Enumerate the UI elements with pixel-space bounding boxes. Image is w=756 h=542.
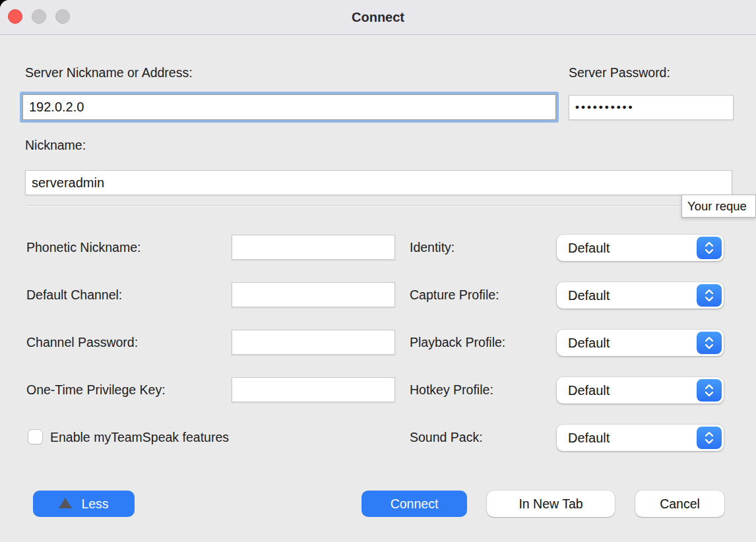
- sound-pack-select[interactable]: Default: [557, 425, 724, 451]
- server-address-label: Server Nickname or Address:: [25, 65, 193, 80]
- server-password-label: Server Password:: [569, 65, 670, 80]
- stepper-icon: [697, 379, 722, 402]
- server-address-input[interactable]: [22, 94, 556, 120]
- section-divider: [26, 205, 745, 206]
- channel-password-label: Channel Password:: [26, 335, 138, 350]
- in-new-tab-button[interactable]: In New Tab: [487, 491, 615, 517]
- phonetic-nickname-input[interactable]: [232, 235, 395, 260]
- nickname-input[interactable]: [25, 170, 732, 195]
- playback-profile-select[interactable]: Default: [557, 330, 724, 356]
- stepper-icon: [697, 427, 722, 449]
- less-button-label: Less: [81, 497, 108, 512]
- focus-ring: [20, 92, 559, 123]
- triangle-up-icon: [59, 498, 72, 508]
- capture-profile-label: Capture Profile:: [410, 287, 499, 303]
- hotkey-profile-label: Hotkey Profile:: [410, 382, 493, 398]
- identity-select[interactable]: Default: [557, 235, 724, 261]
- less-button[interactable]: Less: [33, 491, 135, 517]
- sound-pack-label: Sound Pack:: [410, 430, 483, 445]
- default-channel-input[interactable]: [232, 282, 395, 307]
- tooltip: Your reque: [681, 195, 756, 218]
- default-channel-label: Default Channel:: [26, 287, 122, 303]
- privilege-key-input[interactable]: [232, 377, 395, 402]
- identity-value: Default: [568, 235, 610, 261]
- playback-profile-label: Playback Profile:: [410, 335, 505, 350]
- capture-profile-select[interactable]: Default: [557, 282, 724, 309]
- playback-profile-value: Default: [568, 330, 610, 356]
- phonetic-nickname-label: Phonetic Nickname:: [26, 240, 141, 255]
- connect-button[interactable]: Connect: [362, 491, 467, 517]
- connect-dialog: Connect Server Nickname or Address: Serv…: [0, 0, 756, 542]
- capture-profile-value: Default: [568, 282, 610, 309]
- mytemspeak-checkbox-label[interactable]: Enable myTeamSpeak features: [50, 430, 229, 445]
- channel-password-input[interactable]: [232, 330, 395, 355]
- privilege-key-label: One-Time Privilege Key:: [26, 382, 166, 398]
- mytemspeak-checkbox[interactable]: [28, 429, 43, 444]
- hotkey-profile-select[interactable]: Default: [557, 377, 724, 404]
- stepper-icon: [697, 332, 722, 354]
- nickname-label: Nickname:: [25, 138, 86, 153]
- stepper-icon: [697, 237, 722, 259]
- stepper-icon: [697, 284, 722, 307]
- window-title: Connect: [0, 0, 756, 34]
- title-bar: Connect: [0, 0, 756, 35]
- hotkey-profile-value: Default: [568, 377, 610, 404]
- cancel-button[interactable]: Cancel: [635, 491, 724, 517]
- sound-pack-value: Default: [568, 425, 610, 451]
- identity-label: Identity:: [410, 240, 455, 255]
- server-password-input[interactable]: [569, 95, 734, 120]
